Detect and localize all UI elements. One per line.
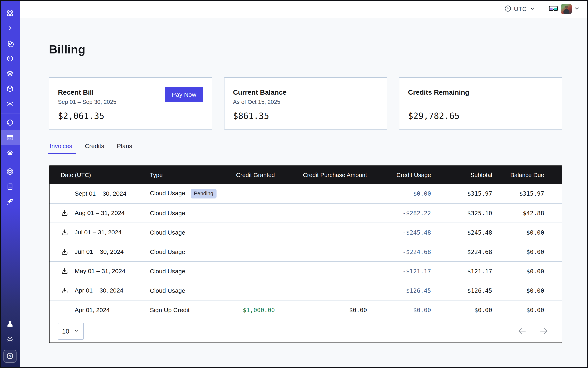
table-row[interactable]: Sept 01 – 30, 2024 Cloud Usage Pending $… [50,184,562,203]
clock-icon [504,5,512,13]
tab-invoices[interactable]: Invoices [49,143,73,154]
previous-page-button[interactable] [517,326,527,337]
current-balance-amount: $861.35 [233,111,378,121]
avatar[interactable] [561,4,572,14]
credit-usage-value: -$224.68 [367,242,431,261]
download-invoice-button[interactable] [61,248,73,256]
table-row[interactable]: Apr 01, 2024 Sign Up Credit $1,000.00 $0… [50,300,562,320]
subtotal-value: $126.45 [431,281,492,300]
arrow-left-icon [517,326,527,337]
invoice-type: Cloud Usage [150,190,185,196]
subtotal-value: $315.97 [431,184,492,203]
download-invoice-button[interactable] [61,229,73,236]
sidebar-item-docs[interactable] [0,179,20,194]
book-sparkle-icon [6,183,14,191]
download-invoice-button[interactable] [61,209,73,217]
invoice-date: Aug 01 – 31, 2024 [75,210,125,216]
app-window: $ UTC Billing Recent Bill [0,0,588,368]
table-row[interactable]: Jul 01 – 31, 2024 Cloud Usage -$245.48 $… [50,223,562,242]
download-invoice-button[interactable] [61,287,73,294]
table-row[interactable]: May 01 – 31, 2024 Cloud Usage -$121.17 $… [50,261,562,281]
sidebar-divider [0,113,20,113]
credit-granted-value [219,281,275,300]
upgrade-plan-button[interactable]: $ [3,350,17,363]
invoice-type: Cloud Usage [150,268,185,275]
gauge-icon [6,119,14,127]
card-title: Credits Remaining [408,88,553,96]
tab-plans[interactable]: Plans [116,143,133,154]
table-row[interactable]: Jun 01 – 30, 2024 Cloud Usage -$224.68 $… [50,242,562,261]
sidebar-item-billing[interactable] [0,130,20,145]
credit-granted-value [219,203,275,223]
temporal-logo-icon [6,9,15,18]
page-size-value: 10 [62,328,69,335]
card-subtitle [408,99,553,106]
tab-credits[interactable]: Credits [84,143,105,154]
credit-granted-value [219,184,275,203]
col-subtotal: Subtotal [431,166,492,184]
balance-due-value: $0.00 [492,223,562,242]
balance-due-value: $0.00 [492,281,562,300]
sidebar-item-namespaces[interactable] [0,66,20,81]
sidebar-item-usage[interactable] [0,115,20,130]
table-row[interactable]: Aug 01 – 31, 2024 Cloud Usage -$282.22 $… [50,203,562,223]
col-credit-usage: Credit Usage [367,166,431,184]
credit-usage-value: -$121.17 [367,261,431,281]
recent-bill-amount: $2,061.35 [58,111,203,121]
theme-toggle-button[interactable] [0,332,20,347]
asterisk-icon [6,100,14,108]
balance-due-value: $42.88 [492,203,562,223]
credit-purchase-value [275,242,367,261]
pay-now-button[interactable]: Pay Now [165,87,203,102]
sidebar-divider [0,162,20,162]
svg-text:$: $ [9,354,11,358]
summary-cards: Recent Bill Sep 01 – Sep 30, 2025 $2,061… [49,77,562,129]
card-subtitle: As of Oct 15, 2025 [233,99,378,106]
sidebar-item-nexus[interactable] [0,96,20,111]
chevron-down-icon [529,6,535,12]
chevron-down-icon [73,327,80,335]
credit-granted-value: $1,000.00 [219,300,275,320]
credit-usage-value: $0.00 [367,184,431,203]
invoice-type: Sign Up Credit [150,307,190,313]
invoice-date: May 01 – 31, 2024 [75,268,125,275]
sidebar-item-schedules[interactable] [0,51,20,66]
sidebar-item-home[interactable] [0,6,20,21]
cube-icon [6,85,14,93]
pagination: 10 [50,320,562,342]
credits-remaining-amount: $29,782.65 [408,111,553,121]
sidebar-item-labs[interactable] [0,317,20,332]
download-invoice-button[interactable] [61,267,73,275]
next-page-button[interactable] [539,326,549,337]
sidebar-item-settings[interactable] [0,145,20,160]
chevron-right-icon [6,25,14,32]
demo-mode-button[interactable] [548,5,558,13]
chevron-down-icon [574,5,580,13]
subtotal-value: $224.68 [431,242,492,261]
invoices-table-container: Date (UTC) Type Credit Granted Credit Pu… [49,166,562,343]
invoice-table-body: Sept 01 – 30, 2024 Cloud Usage Pending $… [50,184,562,320]
col-balance-due: Balance Due [492,166,562,184]
timezone-selector[interactable]: UTC [504,5,535,13]
billing-tabs: Invoices Credits Plans [49,143,562,154]
recent-bill-card: Recent Bill Sep 01 – Sep 30, 2025 $2,061… [49,77,212,129]
user-menu[interactable] [561,4,580,14]
credit-granted-value [219,242,275,261]
sidebar-item-support[interactable] [0,164,20,179]
sidebar-item-deployments[interactable] [0,81,20,96]
invoice-date: Apr 01, 2024 [75,307,110,313]
sidebar-item-workflows[interactable] [0,36,20,51]
sidebar-item-getting-started[interactable] [0,194,20,209]
3d-glasses-icon [548,5,558,13]
invoice-date: Apr 01 – 30, 2024 [75,287,123,294]
sidebar-expand-button[interactable] [0,21,20,36]
col-credit-purchase: Credit Purchase Amount [275,166,367,184]
table-row[interactable]: Apr 01 – 30, 2024 Cloud Usage -$126.45 $… [50,281,562,300]
status-badge: Pending [191,189,217,199]
workflows-spiral-icon [6,39,14,47]
credit-purchase-value [275,223,367,242]
page-size-select[interactable]: 10 [58,323,84,340]
invoice-type: Cloud Usage [150,210,185,216]
credit-usage-value: -$245.48 [367,223,431,242]
gear-icon [6,148,14,157]
